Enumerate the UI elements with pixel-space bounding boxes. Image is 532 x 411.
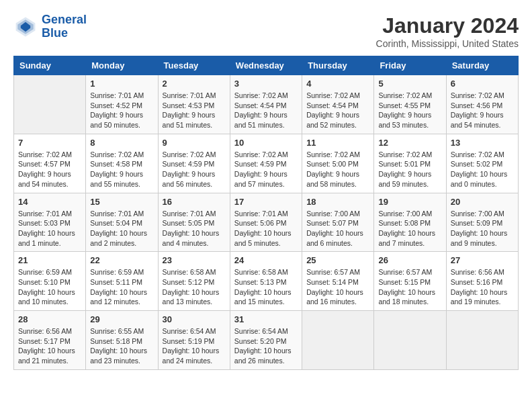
calendar-cell: 25Sunrise: 6:57 AMSunset: 5:14 PMDayligh… xyxy=(302,252,374,311)
day-number: 31 xyxy=(234,314,298,324)
day-info: Sunrise: 7:02 AMSunset: 4:56 PMDaylight:… xyxy=(451,91,514,130)
calendar-cell: 2Sunrise: 7:01 AMSunset: 4:53 PMDaylight… xyxy=(158,75,230,134)
page-header: General Blue January 2024 Corinth, Missi… xyxy=(13,13,519,49)
day-number: 2 xyxy=(163,79,226,89)
calendar-cell: 4Sunrise: 7:02 AMSunset: 4:54 PMDaylight… xyxy=(302,75,374,134)
calendar-cell: 8Sunrise: 7:02 AMSunset: 4:58 PMDaylight… xyxy=(86,134,158,193)
day-number: 11 xyxy=(306,138,369,148)
day-info: Sunrise: 7:02 AMSunset: 5:00 PMDaylight:… xyxy=(306,150,369,189)
calendar-cell xyxy=(446,311,518,370)
calendar-cell: 21Sunrise: 6:59 AMSunset: 5:10 PMDayligh… xyxy=(14,252,86,311)
day-number: 8 xyxy=(90,138,153,148)
calendar-cell: 23Sunrise: 6:58 AMSunset: 5:12 PMDayligh… xyxy=(158,252,230,311)
calendar-cell: 31Sunrise: 6:54 AMSunset: 5:20 PMDayligh… xyxy=(230,311,302,370)
calendar-table: SundayMondayTuesdayWednesdayThursdayFrid… xyxy=(13,56,519,370)
calendar-week-row: 28Sunrise: 6:56 AMSunset: 5:17 PMDayligh… xyxy=(14,311,519,370)
day-number: 4 xyxy=(306,79,369,89)
calendar-cell: 17Sunrise: 7:01 AMSunset: 5:06 PMDayligh… xyxy=(230,193,302,252)
calendar-cell: 11Sunrise: 7:02 AMSunset: 5:00 PMDayligh… xyxy=(302,134,374,193)
day-info: Sunrise: 6:59 AMSunset: 5:10 PMDaylight:… xyxy=(18,267,81,307)
calendar-week-row: 21Sunrise: 6:59 AMSunset: 5:10 PMDayligh… xyxy=(14,252,519,311)
logo-line1: General xyxy=(42,13,87,26)
day-number: 23 xyxy=(163,255,226,265)
day-number: 25 xyxy=(306,255,369,265)
day-number: 15 xyxy=(90,197,153,207)
day-number: 27 xyxy=(451,255,514,265)
day-number: 22 xyxy=(90,255,153,265)
day-number: 6 xyxy=(451,79,514,89)
calendar-cell: 9Sunrise: 7:02 AMSunset: 4:59 PMDaylight… xyxy=(158,134,230,193)
day-number: 3 xyxy=(234,79,298,89)
calendar-cell xyxy=(302,311,374,370)
calendar-cell: 10Sunrise: 7:02 AMSunset: 4:59 PMDayligh… xyxy=(230,134,302,193)
day-number: 21 xyxy=(18,255,81,265)
day-number: 30 xyxy=(163,314,226,324)
calendar-cell: 20Sunrise: 7:00 AMSunset: 5:09 PMDayligh… xyxy=(446,193,518,252)
day-info: Sunrise: 7:02 AMSunset: 5:02 PMDaylight:… xyxy=(451,150,514,189)
day-info: Sunrise: 7:01 AMSunset: 5:03 PMDaylight:… xyxy=(18,209,81,248)
day-number: 20 xyxy=(451,197,514,207)
day-info: Sunrise: 7:02 AMSunset: 4:54 PMDaylight:… xyxy=(234,91,298,130)
day-info: Sunrise: 7:02 AMSunset: 4:58 PMDaylight:… xyxy=(90,150,153,189)
day-number: 19 xyxy=(378,197,441,207)
day-info: Sunrise: 6:58 AMSunset: 5:13 PMDaylight:… xyxy=(234,267,298,307)
day-info: Sunrise: 7:00 AMSunset: 5:08 PMDaylight:… xyxy=(378,209,441,248)
day-number: 14 xyxy=(18,197,81,207)
logo: General Blue xyxy=(13,13,87,40)
day-number: 7 xyxy=(18,138,81,148)
calendar-cell: 5Sunrise: 7:02 AMSunset: 4:55 PMDaylight… xyxy=(374,75,446,134)
day-info: Sunrise: 7:00 AMSunset: 5:07 PMDaylight:… xyxy=(306,209,369,248)
day-number: 18 xyxy=(306,197,369,207)
calendar-cell: 6Sunrise: 7:02 AMSunset: 4:56 PMDaylight… xyxy=(446,75,518,134)
calendar-cell: 30Sunrise: 6:54 AMSunset: 5:19 PMDayligh… xyxy=(158,311,230,370)
header-friday: Friday xyxy=(374,56,446,75)
day-info: Sunrise: 7:02 AMSunset: 4:54 PMDaylight:… xyxy=(306,91,369,130)
calendar-cell: 16Sunrise: 7:01 AMSunset: 5:05 PMDayligh… xyxy=(158,193,230,252)
day-number: 10 xyxy=(234,138,298,148)
calendar-cell: 12Sunrise: 7:02 AMSunset: 5:01 PMDayligh… xyxy=(374,134,446,193)
day-info: Sunrise: 7:01 AMSunset: 4:53 PMDaylight:… xyxy=(163,91,226,130)
day-number: 5 xyxy=(378,79,441,89)
day-number: 1 xyxy=(90,79,153,89)
calendar-cell: 22Sunrise: 6:59 AMSunset: 5:11 PMDayligh… xyxy=(86,252,158,311)
logo-text: General Blue xyxy=(42,13,87,40)
calendar-cell: 27Sunrise: 6:56 AMSunset: 5:16 PMDayligh… xyxy=(446,252,518,311)
day-info: Sunrise: 6:56 AMSunset: 5:17 PMDaylight:… xyxy=(18,326,81,366)
day-number: 13 xyxy=(451,138,514,148)
calendar-cell: 15Sunrise: 7:01 AMSunset: 5:04 PMDayligh… xyxy=(86,193,158,252)
calendar-cell xyxy=(14,75,86,134)
calendar-week-row: 7Sunrise: 7:02 AMSunset: 4:57 PMDaylight… xyxy=(14,134,519,193)
day-number: 12 xyxy=(378,138,441,148)
title-block: January 2024 Corinth, Mississippi, Unite… xyxy=(376,13,519,49)
day-number: 16 xyxy=(163,197,226,207)
day-number: 17 xyxy=(234,197,298,207)
day-info: Sunrise: 7:01 AMSunset: 5:05 PMDaylight:… xyxy=(163,209,226,248)
day-info: Sunrise: 7:02 AMSunset: 4:55 PMDaylight:… xyxy=(378,91,441,130)
calendar-cell: 24Sunrise: 6:58 AMSunset: 5:13 PMDayligh… xyxy=(230,252,302,311)
calendar-week-row: 1Sunrise: 7:01 AMSunset: 4:52 PMDaylight… xyxy=(14,75,519,134)
calendar-cell: 3Sunrise: 7:02 AMSunset: 4:54 PMDaylight… xyxy=(230,75,302,134)
calendar-cell: 18Sunrise: 7:00 AMSunset: 5:07 PMDayligh… xyxy=(302,193,374,252)
month-title: January 2024 xyxy=(376,13,519,38)
header-tuesday: Tuesday xyxy=(158,56,230,75)
header-monday: Monday xyxy=(86,56,158,75)
day-number: 26 xyxy=(378,255,441,265)
day-info: Sunrise: 6:57 AMSunset: 5:15 PMDaylight:… xyxy=(378,267,441,307)
header-saturday: Saturday xyxy=(446,56,518,75)
day-info: Sunrise: 6:56 AMSunset: 5:16 PMDaylight:… xyxy=(451,267,514,307)
day-info: Sunrise: 7:01 AMSunset: 5:04 PMDaylight:… xyxy=(90,209,153,248)
day-number: 24 xyxy=(234,255,298,265)
day-info: Sunrise: 7:02 AMSunset: 4:57 PMDaylight:… xyxy=(18,150,81,189)
calendar-header-row: SundayMondayTuesdayWednesdayThursdayFrid… xyxy=(14,56,519,75)
day-info: Sunrise: 6:55 AMSunset: 5:18 PMDaylight:… xyxy=(90,326,153,366)
logo-icon xyxy=(13,15,38,39)
calendar-cell: 14Sunrise: 7:01 AMSunset: 5:03 PMDayligh… xyxy=(14,193,86,252)
day-info: Sunrise: 6:58 AMSunset: 5:12 PMDaylight:… xyxy=(163,267,226,307)
day-info: Sunrise: 7:01 AMSunset: 5:06 PMDaylight:… xyxy=(234,209,298,248)
day-info: Sunrise: 7:02 AMSunset: 4:59 PMDaylight:… xyxy=(234,150,298,189)
calendar-week-row: 14Sunrise: 7:01 AMSunset: 5:03 PMDayligh… xyxy=(14,193,519,252)
calendar-cell: 13Sunrise: 7:02 AMSunset: 5:02 PMDayligh… xyxy=(446,134,518,193)
location: Corinth, Mississippi, United States xyxy=(376,38,519,49)
calendar-cell: 26Sunrise: 6:57 AMSunset: 5:15 PMDayligh… xyxy=(374,252,446,311)
day-number: 29 xyxy=(90,314,153,324)
